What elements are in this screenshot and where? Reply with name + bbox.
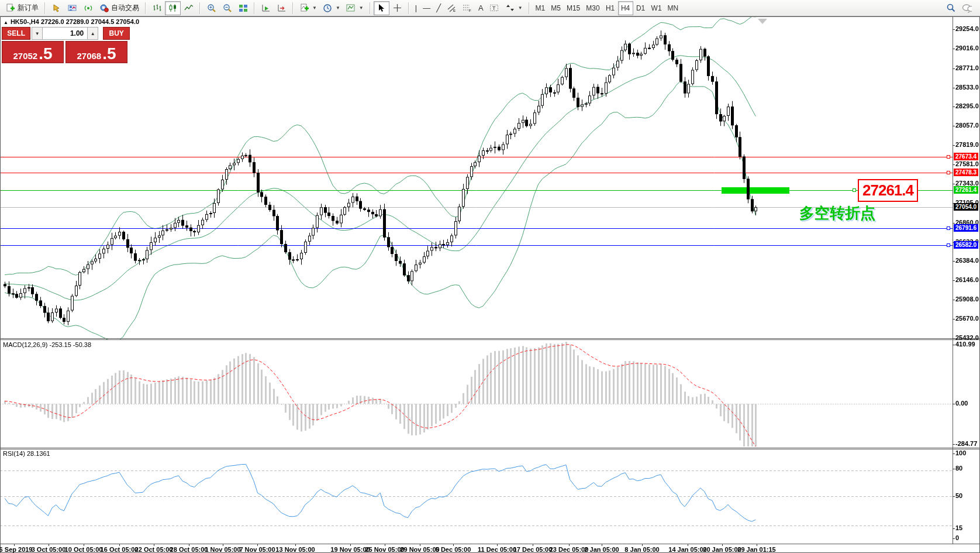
text-label-button[interactable]: T <box>486 1 502 15</box>
chat-icon[interactable] <box>962 3 972 13</box>
line-chart-icon <box>184 3 194 13</box>
trendline-icon: ╱ <box>436 4 441 12</box>
dropdown-arrow-icon: ▼ <box>518 5 523 11</box>
indicators-button[interactable]: ▼ <box>296 1 320 15</box>
tile-windows-icon <box>238 3 248 13</box>
auto-scroll-icon <box>261 3 271 13</box>
svg-text:T: T <box>492 5 496 11</box>
toolbar-separator <box>292 2 294 14</box>
timeframe-d1-button[interactable]: D1 <box>633 1 648 15</box>
toolbar-separator <box>145 2 146 14</box>
vertical-line-button[interactable]: | <box>412 1 420 15</box>
cursor-icon <box>377 3 387 13</box>
chart-shift-button[interactable] <box>274 1 289 15</box>
price-chart-canvas[interactable] <box>0 0 980 553</box>
sell-price-main: 27052 <box>13 51 37 61</box>
timeframe-m5-button[interactable]: M5 <box>548 1 564 15</box>
search-icon[interactable] <box>946 3 956 13</box>
crosshair-button[interactable] <box>389 1 405 15</box>
toolbar-separator <box>370 2 371 14</box>
dropdown-arrow-icon: ▼ <box>336 5 340 11</box>
volume-increase-button[interactable]: ▲ <box>87 27 98 40</box>
timeframe-h1-button[interactable]: H1 <box>603 1 618 15</box>
signals-icon <box>83 3 93 13</box>
timeframe-mn-button[interactable]: MN <box>665 1 682 15</box>
timeframe-m1-button[interactable]: M1 <box>533 1 548 15</box>
auto-trading-icon <box>99 3 109 13</box>
toolbar-separator <box>254 2 255 14</box>
toolbar: 新订单 自动交易 <box>0 0 980 16</box>
auto-trading-label: 自动交易 <box>111 3 139 13</box>
templates-icon <box>346 3 356 13</box>
horizontal-line-button[interactable]: — <box>420 1 433 15</box>
signals-button[interactable] <box>80 1 96 15</box>
zoom-in-icon <box>206 3 216 13</box>
indicators-icon <box>299 3 309 13</box>
toolbar-separator <box>529 2 530 14</box>
toolbar-separator <box>44 2 46 14</box>
text-label-icon: T <box>489 3 499 13</box>
sell-button[interactable]: SELL <box>2 27 30 40</box>
crosshair-icon <box>392 3 402 13</box>
fibonacci-button[interactable]: F <box>460 1 475 15</box>
volume-input[interactable]: 1.00 <box>43 27 87 40</box>
buy-price-panel[interactable]: 27068 .5 <box>65 41 127 63</box>
buy-button[interactable]: BUY <box>103 27 130 40</box>
arrows-icon <box>505 3 515 13</box>
candlestick-chart-icon <box>168 3 178 13</box>
gold-pointer-icon <box>51 3 61 13</box>
text-icon: A <box>478 4 484 12</box>
templates-button[interactable]: ▼ <box>343 1 367 15</box>
periods-button[interactable]: ▼ <box>320 1 343 15</box>
new-order-label: 新订单 <box>18 3 39 13</box>
volume-decrease-button[interactable]: ▼ <box>32 27 43 40</box>
toolbar-separator <box>408 2 409 14</box>
note-annotation[interactable]: 多空转折点 <box>799 203 875 224</box>
timeframe-h4-button[interactable]: H4 <box>618 1 633 15</box>
timeframe-m30-button[interactable]: M30 <box>583 1 602 15</box>
periods-clock-icon <box>323 3 333 13</box>
text-button[interactable]: A <box>475 1 486 15</box>
zoom-out-button[interactable] <box>219 1 235 15</box>
profile-button[interactable] <box>64 1 80 15</box>
line-chart-button[interactable] <box>181 1 196 15</box>
toolbar-separator <box>199 2 201 14</box>
equidistant-channel-icon: E <box>447 3 457 13</box>
buy-price-main: 27068 <box>77 51 101 61</box>
vertical-line-icon: | <box>415 4 417 12</box>
equidistant-channel-button[interactable]: E <box>444 1 460 15</box>
buy-price-frac: .5 <box>102 47 116 61</box>
dropdown-arrow-icon: ▼ <box>312 5 317 11</box>
arrows-button[interactable]: ▼ <box>502 1 526 15</box>
timeframe-w1-button[interactable]: W1 <box>648 1 665 15</box>
price-annotation-box[interactable]: 27261.4 <box>858 179 918 202</box>
one-click-trading-panel: SELL ▼ 1.00 ▲ BUY 27052 .5 27068 .5 <box>2 27 130 63</box>
fibonacci-icon: F <box>463 3 472 13</box>
bar-chart-button[interactable] <box>149 1 165 15</box>
user-chart-icon <box>67 3 77 13</box>
market-pointer-button[interactable] <box>49 1 64 15</box>
svg-text:F: F <box>469 9 471 12</box>
sell-price-frac: .5 <box>39 47 52 61</box>
zoom-out-icon <box>222 3 232 13</box>
tile-windows-button[interactable] <box>235 1 251 15</box>
trendline-button[interactable]: ╱ <box>433 1 444 15</box>
new-order-button[interactable]: 新订单 <box>2 1 42 15</box>
sell-price-panel[interactable]: 27052 .5 <box>2 41 64 63</box>
new-order-icon <box>5 3 15 13</box>
bar-chart-icon <box>152 3 162 13</box>
svg-text:E: E <box>453 9 456 12</box>
chart-shift-icon <box>277 3 287 13</box>
dropdown-arrow-icon: ▼ <box>359 5 364 11</box>
horizontal-line-icon: — <box>423 4 430 12</box>
zoom-in-button[interactable] <box>203 1 219 15</box>
auto-scroll-button[interactable] <box>258 1 274 15</box>
cursor-button[interactable] <box>374 1 389 15</box>
auto-trading-button[interactable]: 自动交易 <box>96 1 142 15</box>
timeframe-m15-button[interactable]: M15 <box>564 1 583 15</box>
candlestick-chart-button[interactable] <box>165 1 181 15</box>
